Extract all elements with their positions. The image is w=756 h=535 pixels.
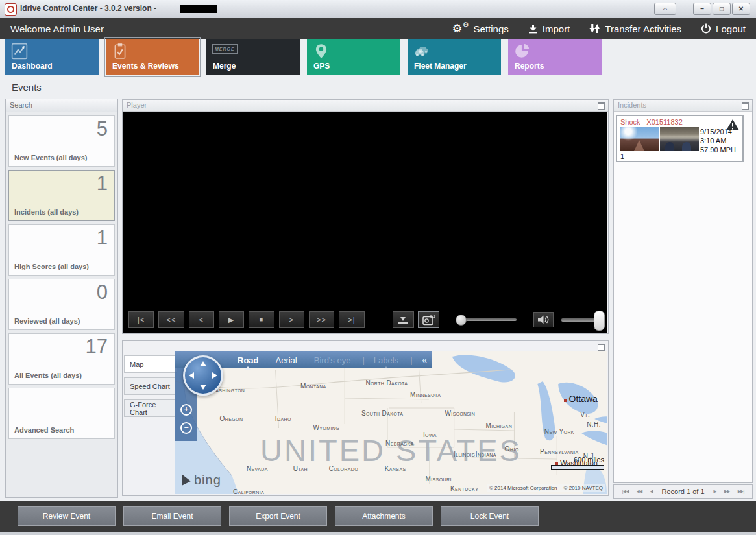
nav-prev-icon[interactable]: ◀: [650, 489, 652, 494]
map-state-label: Nebraska: [385, 439, 414, 446]
play-button[interactable]: ▶: [219, 311, 244, 328]
incidents-panel-header: Incidents: [614, 100, 752, 112]
nav-first-icon[interactable]: |◀◀: [622, 489, 629, 494]
volume-slider[interactable]: [561, 318, 602, 322]
resize-button[interactable]: ⇔: [654, 3, 676, 15]
card-all-events[interactable]: 17 All Events (all days): [8, 333, 115, 385]
logout-button[interactable]: Logout: [701, 23, 746, 34]
volume-slider-thumb[interactable]: [594, 311, 605, 331]
fast-forward-button[interactable]: >>: [309, 311, 334, 328]
pan-down-icon[interactable]: [200, 385, 206, 390]
nav-next-icon[interactable]: ▶: [714, 489, 716, 494]
map-mode-aerial[interactable]: Aerial: [276, 355, 297, 365]
camera-icon: [422, 315, 435, 326]
settings-button[interactable]: ⚙⚙ Settings: [452, 23, 509, 34]
tab-merge[interactable]: MERGE Merge: [206, 39, 300, 75]
minimize-button[interactable]: –: [693, 3, 711, 15]
stop-button[interactable]: ■: [249, 311, 274, 328]
map-state-label: Montana: [300, 382, 326, 389]
speaker-icon: [537, 315, 549, 324]
zoom-out-button[interactable]: −: [180, 420, 193, 433]
tab-events-reviews-label: Events & Reviews: [112, 62, 179, 71]
card-reviewed[interactable]: 0 Reviewed (all days): [8, 279, 115, 330]
card-high-scores[interactable]: 1 High Scores (all days): [8, 224, 115, 276]
snapshot-button[interactable]: [418, 311, 439, 328]
scale-distance-label: 600 miles: [551, 456, 604, 464]
nav-fast-next-icon[interactable]: ▶▶: [724, 489, 730, 494]
map-watermark: UNITED STATES: [260, 432, 522, 468]
card-advanced-search[interactable]: Advanced Search: [8, 388, 115, 439]
map-state-label: California: [233, 488, 264, 494]
map-state-label: Utah: [293, 465, 308, 472]
search-panel-header: Search: [6, 99, 117, 112]
window-title: Idrive Control Center - 3.0.2 version -: [20, 4, 156, 13]
pan-right-icon[interactable]: [212, 372, 217, 379]
download-button[interactable]: [393, 311, 414, 328]
video-area[interactable]: |< << < ▶ ■ > >> >|: [123, 112, 607, 333]
map-mode-road[interactable]: Road: [238, 355, 259, 365]
review-event-button[interactable]: Review Event: [18, 506, 116, 526]
map-maximize-icon[interactable]: [598, 344, 605, 351]
transfer-activities-button[interactable]: Transfer Activities: [589, 23, 681, 34]
dashboard-chart-icon: [11, 43, 28, 60]
close-button[interactable]: ✕: [732, 3, 750, 15]
tab-speed-chart[interactable]: Speed Chart: [124, 377, 175, 395]
pan-up-icon[interactable]: [200, 361, 206, 366]
attachments-button[interactable]: Attachments: [335, 506, 433, 526]
app-header: Welcome Admin User ⚙⚙ Settings Import Tr…: [0, 18, 756, 39]
cab-camera-thumbnail: [660, 127, 699, 151]
map-state-label: Kansas: [385, 465, 406, 472]
map-mode-birds-eye[interactable]: Bird's eye: [314, 355, 351, 365]
pan-left-icon[interactable]: [189, 372, 194, 379]
map-state-label: Colorado: [329, 465, 358, 472]
maximize-button[interactable]: □: [713, 3, 731, 15]
card-count: 17: [86, 335, 108, 359]
card-label: New Events (all days): [14, 154, 88, 161]
redacted-text: [180, 5, 217, 13]
transfer-activities-label: Transfer Activities: [605, 23, 681, 34]
card-new-events[interactable]: 5 New Events (all days): [8, 115, 115, 167]
player-maximize-icon[interactable]: [598, 102, 605, 110]
lock-event-button[interactable]: Lock Event: [441, 506, 539, 526]
seek-slider-thumb[interactable]: [456, 315, 467, 326]
card-count: 5: [97, 117, 108, 141]
map-mode-labels[interactable]: Labels: [374, 355, 398, 365]
step-back-button[interactable]: <: [189, 311, 214, 328]
card-label: High Scores (all days): [14, 263, 89, 270]
incident-list-item[interactable]: Shock - X01511832 9/15/2014 3:10 AM 57.9…: [616, 115, 744, 162]
zoom-in-button[interactable]: +: [180, 402, 193, 415]
import-button[interactable]: Import: [528, 23, 570, 34]
tab-events-reviews[interactable]: Events & Reviews: [106, 39, 199, 75]
footer-action-bar: Review Event Email Event Export Event At…: [0, 501, 756, 532]
tab-gps[interactable]: GPS: [307, 39, 400, 75]
status-bar: [0, 532, 756, 535]
tab-reports-label: Reports: [515, 62, 544, 71]
tab-gforce-chart[interactable]: G-Force Chart: [124, 399, 175, 417]
map-state-label: Missouri: [425, 475, 451, 482]
incident-title: Shock - X01511832: [620, 118, 683, 126]
email-event-button[interactable]: Email Event: [123, 506, 221, 526]
rewind-button[interactable]: <<: [158, 311, 184, 328]
map-pan-compass[interactable]: [183, 355, 223, 396]
tab-reports[interactable]: Reports: [508, 39, 602, 75]
nav-fast-prev-icon[interactable]: ◀◀: [636, 489, 642, 494]
export-event-button[interactable]: Export Event: [229, 506, 327, 526]
bing-map[interactable]: UNITED STATES WashingtonMontanaNorth Dak…: [175, 351, 607, 494]
toolbar-collapse-icon[interactable]: «: [422, 355, 426, 365]
tab-dashboard[interactable]: Dashboard: [5, 39, 99, 75]
nav-last-icon[interactable]: ▶▶|: [738, 489, 744, 494]
attribution-microsoft: © 2014 Microsoft Corporation: [489, 485, 557, 491]
step-forward-button[interactable]: >: [279, 311, 304, 328]
last-frame-button[interactable]: >|: [339, 311, 364, 328]
incidents-maximize-icon[interactable]: [742, 102, 749, 110]
mute-button[interactable]: [533, 312, 554, 327]
incident-speed: 57.90 MPH: [700, 145, 736, 154]
first-frame-button[interactable]: |<: [128, 311, 154, 328]
tab-map[interactable]: Map: [124, 355, 177, 373]
record-count-label: Record 1 of 1: [661, 488, 704, 495]
card-incidents[interactable]: 1 Incidents (all days): [8, 170, 115, 221]
tab-fleet-manager[interactable]: Fleet Manager: [408, 39, 501, 75]
player-controls: |< << < ▶ ■ > >> >|: [123, 309, 607, 331]
seek-slider[interactable]: [457, 318, 516, 321]
map-scale: 600 miles: [551, 455, 604, 470]
